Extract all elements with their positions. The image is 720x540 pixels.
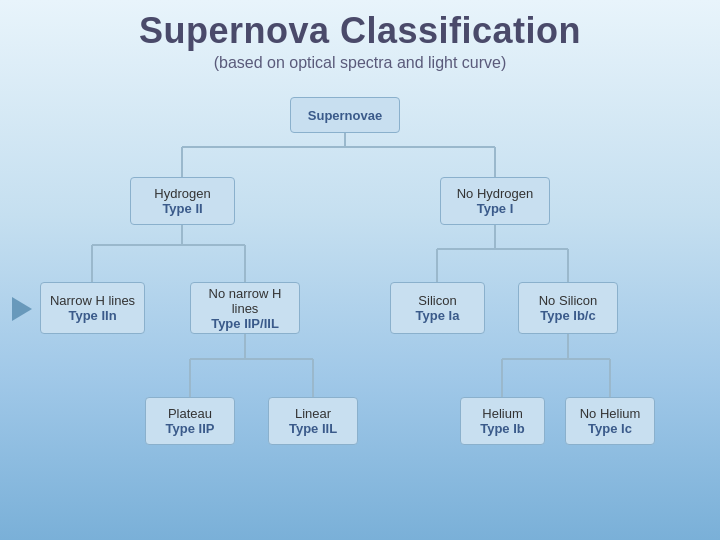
hydrogen-type: Type II: [162, 201, 202, 216]
no-hydrogen-type: Type I: [477, 201, 514, 216]
node-no-silicon: No Silicon Type Ib/c: [518, 282, 618, 334]
silicon-type: Type Ia: [416, 308, 460, 323]
narrow-h-title: Narrow H lines: [50, 293, 135, 308]
no-silicon-title: No Silicon: [539, 293, 598, 308]
main-title: Supernova Classification: [139, 10, 581, 52]
node-helium: Helium Type Ib: [460, 397, 545, 445]
narrow-h-type: Type IIn: [68, 308, 116, 323]
node-hydrogen: Hydrogen Type II: [130, 177, 235, 225]
arrow-indicator: [12, 297, 32, 321]
linear-type: Type IIL: [289, 421, 337, 436]
page: Supernova Classification (based on optic…: [0, 0, 720, 540]
node-no-hydrogen: No Hydrogen Type I: [440, 177, 550, 225]
subtitle: (based on optical spectra and light curv…: [139, 54, 581, 72]
node-no-narrow-h: No narrow H lines Type IIP/IIL: [190, 282, 300, 334]
no-silicon-type: Type Ib/c: [540, 308, 595, 323]
root-label: Supernovae: [308, 108, 382, 123]
linear-title: Linear: [295, 406, 331, 421]
silicon-title: Silicon: [418, 293, 456, 308]
arrow-shape: [12, 297, 32, 321]
node-silicon: Silicon Type Ia: [390, 282, 485, 334]
no-helium-type: Type Ic: [588, 421, 632, 436]
helium-type: Type Ib: [480, 421, 525, 436]
node-no-helium: No Helium Type Ic: [565, 397, 655, 445]
node-plateau: Plateau Type IIP: [145, 397, 235, 445]
node-narrow-h: Narrow H lines Type IIn: [40, 282, 145, 334]
plateau-title: Plateau: [168, 406, 212, 421]
node-linear: Linear Type IIL: [268, 397, 358, 445]
tree-diagram: Supernovae Hydrogen Type II No Hydrogen …: [10, 87, 710, 487]
no-narrow-h-type: Type IIP/IIL: [211, 316, 279, 331]
title-section: Supernova Classification (based on optic…: [139, 10, 581, 72]
no-hydrogen-title: No Hydrogen: [457, 186, 534, 201]
hydrogen-title: Hydrogen: [154, 186, 210, 201]
no-narrow-h-title: No narrow H lines: [199, 286, 291, 316]
node-root: Supernovae: [290, 97, 400, 133]
plateau-type: Type IIP: [166, 421, 215, 436]
no-helium-title: No Helium: [580, 406, 641, 421]
helium-title: Helium: [482, 406, 522, 421]
